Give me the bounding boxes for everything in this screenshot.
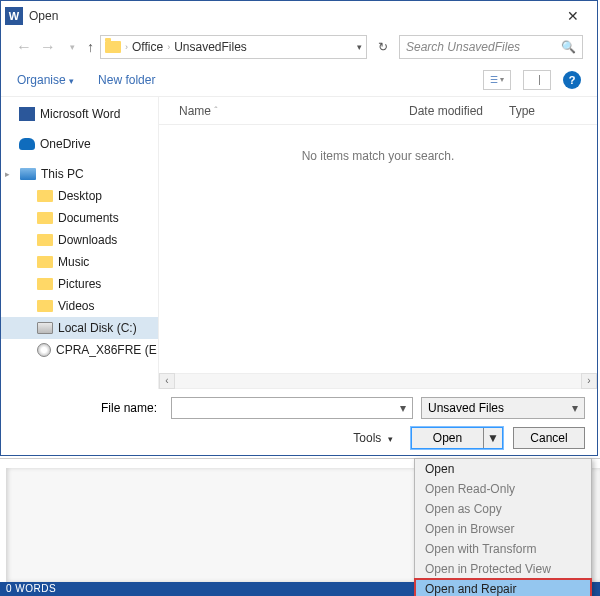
new-folder-button[interactable]: New folder — [98, 73, 155, 87]
col-type[interactable]: Type — [509, 104, 569, 118]
address-bar[interactable]: › Office › UnsavedFiles ▾ — [100, 35, 367, 59]
list-header[interactable]: Name ˆ Date modified Type — [159, 97, 597, 125]
scroll-right-icon[interactable]: › — [581, 373, 597, 389]
cancel-button[interactable]: Cancel — [513, 427, 585, 449]
tree-item-label: Downloads — [58, 233, 117, 247]
menu-item: Open Read-Only — [415, 479, 591, 499]
open-button[interactable]: Open ▼ — [411, 427, 503, 449]
open-dialog: W Open ✕ ← → ▾ ↑ › Office › UnsavedFiles… — [0, 0, 598, 456]
disc-icon — [37, 343, 51, 357]
chevron-right-icon: › — [167, 42, 170, 52]
tree-item-label: CPRA_X86FRE (E — [56, 343, 157, 357]
breadcrumb[interactable]: Office — [132, 40, 163, 54]
chevron-right-icon: › — [125, 42, 128, 52]
tree-item-label: Videos — [58, 299, 94, 313]
tree-item[interactable]: Downloads — [1, 229, 158, 251]
dialog-title: Open — [29, 9, 553, 23]
horizontal-scrollbar[interactable]: ‹ › — [159, 373, 597, 389]
menu-item: Open in Browser — [415, 519, 591, 539]
file-type-filter[interactable]: Unsaved Files — [421, 397, 585, 419]
tree-item[interactable]: Documents — [1, 207, 158, 229]
tree-item[interactable]: Desktop — [1, 185, 158, 207]
folder-icon — [37, 234, 53, 246]
folder-icon — [37, 300, 53, 312]
help-icon[interactable]: ? — [563, 71, 581, 89]
nav-up-icon[interactable]: ↑ — [87, 39, 94, 55]
folder-icon — [37, 278, 53, 290]
tree-item-label: Documents — [58, 211, 119, 225]
file-list[interactable]: Name ˆ Date modified Type No items match… — [159, 97, 597, 389]
open-dropdown-menu[interactable]: OpenOpen Read-OnlyOpen as CopyOpen in Br… — [414, 458, 592, 596]
titlebar: W Open ✕ — [1, 1, 597, 31]
tree-item-label: Microsoft Word — [40, 107, 120, 121]
filename-label: File name: — [1, 401, 163, 415]
preview-pane-button[interactable] — [523, 70, 551, 90]
sort-arrow-icon: ˆ — [214, 106, 217, 117]
breadcrumb[interactable]: UnsavedFiles — [174, 40, 247, 54]
tree-item[interactable]: OneDrive — [1, 133, 158, 155]
folder-icon — [37, 256, 53, 268]
tree-item-label: Pictures — [58, 277, 101, 291]
nav-back-icon[interactable]: ← — [15, 38, 33, 56]
word-icon — [19, 107, 35, 121]
refresh-icon[interactable]: ↻ — [373, 40, 393, 54]
tree-item-label: OneDrive — [40, 137, 91, 151]
nav-recent-icon[interactable]: ▾ — [63, 42, 81, 52]
menu-item: Open as Copy — [415, 499, 591, 519]
menu-item: Open in Protected View — [415, 559, 591, 579]
organise-button[interactable]: Organise ▾ — [17, 73, 74, 87]
tree-item-label: Local Disk (C:) — [58, 321, 137, 335]
expand-icon[interactable]: ▸ — [5, 169, 15, 179]
pc-icon — [20, 168, 36, 180]
tree-item[interactable]: ▸This PC — [1, 163, 158, 185]
chevron-down-icon: ▾ — [388, 434, 393, 444]
folder-icon — [37, 212, 53, 224]
filename-input[interactable] — [171, 397, 413, 419]
menu-item[interactable]: Open — [415, 459, 591, 479]
tree-item-label: Desktop — [58, 189, 102, 203]
tree-item[interactable]: Microsoft Word — [1, 103, 158, 125]
search-icon: 🔍 — [561, 40, 576, 54]
tree-item-label: Music — [58, 255, 89, 269]
folder-icon — [105, 41, 121, 53]
chevron-down-icon: ▾ — [69, 76, 74, 86]
col-date[interactable]: Date modified — [409, 104, 509, 118]
menu-item: Open with Transform — [415, 539, 591, 559]
col-name[interactable]: Name — [179, 104, 211, 118]
tree-item-label: This PC — [41, 167, 84, 181]
tree-item[interactable]: Pictures — [1, 273, 158, 295]
onedrive-icon — [19, 138, 35, 150]
close-button[interactable]: ✕ — [553, 2, 593, 30]
word-icon: W — [5, 7, 23, 25]
scroll-track[interactable] — [175, 373, 581, 389]
empty-message: No items match your search. — [159, 149, 597, 163]
folder-tree[interactable]: Microsoft WordOneDrive▸This PCDesktopDoc… — [1, 97, 159, 389]
search-placeholder: Search UnsavedFiles — [406, 40, 561, 54]
tools-button[interactable]: Tools ▾ — [353, 431, 393, 445]
tree-item[interactable]: Videos — [1, 295, 158, 317]
tree-item[interactable]: CPRA_X86FRE (E — [1, 339, 158, 361]
address-dropdown-icon[interactable]: ▾ — [357, 42, 362, 52]
search-input[interactable]: Search UnsavedFiles 🔍 — [399, 35, 583, 59]
folder-icon — [37, 190, 53, 202]
nav-forward-icon: → — [39, 38, 57, 56]
tree-item[interactable]: Music — [1, 251, 158, 273]
menu-item[interactable]: Open and Repair — [415, 579, 591, 596]
drive-icon — [37, 322, 53, 334]
scroll-left-icon[interactable]: ‹ — [159, 373, 175, 389]
tree-item[interactable]: Local Disk (C:) — [1, 317, 158, 339]
view-options-button[interactable]: ☰▾ — [483, 70, 511, 90]
open-split-dropdown[interactable]: ▼ — [484, 428, 502, 448]
